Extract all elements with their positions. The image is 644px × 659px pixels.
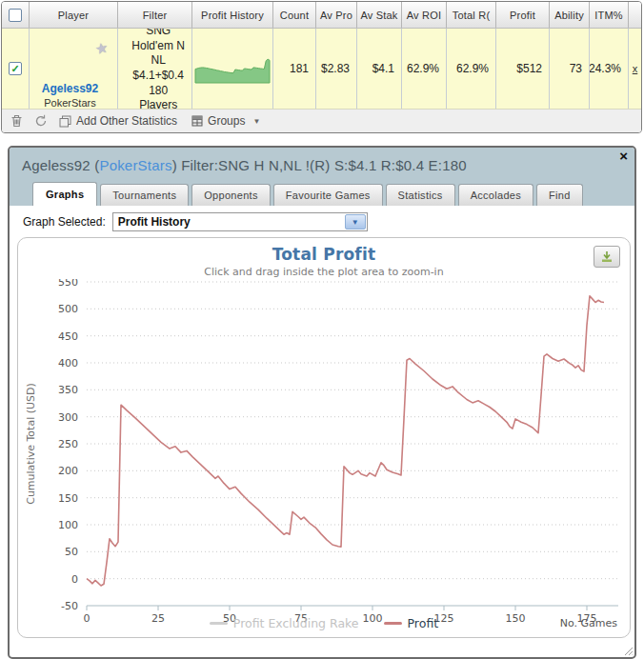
groups-button[interactable]: Groups ▼ [191, 114, 260, 128]
svg-text:150: 150 [58, 492, 78, 505]
svg-text:0: 0 [71, 573, 78, 586]
svg-text:-50: -50 [61, 600, 78, 612]
stats-table-header: Player Filter Profit History Count Av Pr… [2, 2, 641, 29]
tab-statistics[interactable]: Statistics [386, 184, 455, 206]
chart-legend: Profit Excluding Rake Profit [18, 616, 630, 630]
remove-row-link[interactable]: x [633, 63, 638, 74]
tab-favourite-games[interactable]: Favourite Games [273, 184, 383, 206]
col-av-roi: Av ROI [402, 2, 447, 28]
count-cell: 181 [273, 29, 316, 109]
tab-accolades[interactable]: Accolades [458, 184, 533, 206]
title-player: Ageless92 ( [22, 157, 99, 173]
profit-sparkline [194, 53, 271, 84]
itm-cell: 24.3% [590, 29, 629, 109]
legend-profit-excluding-rake[interactable]: Profit Excluding Rake [210, 616, 359, 630]
svg-text:400: 400 [58, 357, 78, 369]
svg-text:550: 550 [58, 279, 78, 289]
col-player: Player [30, 2, 118, 28]
av-stake-cell: $4.1 [357, 29, 402, 109]
download-icon [600, 250, 614, 263]
remove-cell: x [629, 29, 641, 109]
ability-cell: 73 [550, 29, 590, 109]
chart-panel: Total Profit Click and drag inside the p… [17, 237, 631, 638]
col-av-stak: Av Stak [357, 2, 402, 28]
legend-label-profit-excluding-rake: Profit Excluding Rake [233, 616, 359, 630]
resize-grip[interactable] [624, 647, 634, 656]
add-other-statistics-label: Add Other Statistics [76, 114, 177, 128]
svg-text:50: 50 [65, 546, 78, 558]
close-icon[interactable]: × [619, 149, 628, 163]
popup-header: × Ageless92 (PokerStars) Filter:SNG H N,… [10, 148, 634, 206]
graph-select[interactable]: Profit History ▼ [112, 212, 368, 231]
col-av-pro: Av Pro [316, 2, 357, 28]
player-site: PokerStars [44, 97, 95, 109]
groups-label: Groups [208, 114, 245, 128]
tab-strip: Graphs Tournaments Opponents Favourite G… [22, 173, 623, 206]
title-filter-summary: ) Filter:SNG H N,NL !(R) S:$4.1 R:$0.4 E… [172, 157, 467, 173]
chart-title: Total Profit [18, 245, 630, 264]
row-checkbox[interactable]: ✓ [9, 62, 22, 75]
col-total-roi: Total R( [447, 2, 496, 28]
svg-text:300: 300 [58, 411, 78, 424]
col-filter: Filter [118, 2, 192, 28]
col-itm: ITM% [590, 2, 629, 28]
total-roi-cell: 62.9% [447, 29, 496, 109]
graph-selector-row: Graph Selected: Profit History ▼ [10, 206, 634, 236]
graph-select-value: Profit History [113, 215, 345, 229]
tab-find[interactable]: Find [536, 184, 583, 206]
filter-cell: SNG Hold'em N NL $4.1+$0.4 180 Players [118, 29, 192, 109]
col-actions [629, 2, 641, 28]
av-profit-cell: $2.83 [316, 29, 357, 109]
check-icon: ✓ [10, 63, 19, 75]
col-profit: Profit [496, 2, 550, 28]
x-axis-title: No. Games [560, 617, 617, 629]
graph-selected-label: Graph Selected: [23, 215, 106, 229]
col-profit-history: Profit History [192, 2, 273, 28]
add-other-statistics-button[interactable]: Add Other Statistics [59, 114, 177, 128]
windows-icon [59, 115, 71, 128]
player-stats-panel: Player Filter Profit History Count Av Pr… [1, 1, 642, 133]
row-select-cell: ✓ [2, 29, 30, 109]
grid-icon [191, 115, 203, 127]
select-dropdown-icon[interactable]: ▼ [345, 214, 366, 230]
title-site-link[interactable]: PokerStars [99, 157, 171, 173]
player-cell[interactable]: ★ Ageless92 PokerStars [30, 29, 118, 109]
star-icon[interactable]: ★ [93, 39, 110, 58]
svg-text:500: 500 [58, 303, 78, 315]
select-all-cell [2, 2, 30, 28]
table-row: ✓ ★ Ageless92 PokerStars SNG Hold'em N N… [2, 29, 641, 110]
svg-text:Cumulative Total (USD): Cumulative Total (USD) [25, 383, 37, 505]
trash-icon[interactable] [10, 114, 23, 128]
svg-text:450: 450 [58, 330, 78, 343]
svg-text:250: 250 [58, 438, 78, 450]
tab-tournaments[interactable]: Tournaments [100, 184, 189, 206]
profit-chart[interactable]: -500501001502002503003504004505005500255… [20, 279, 635, 628]
select-all-checkbox[interactable] [9, 9, 22, 22]
popup-title: Ageless92 (PokerStars) Filter:SNG H N,NL… [22, 157, 623, 173]
col-count: Count [273, 2, 316, 28]
svg-text:100: 100 [58, 519, 78, 531]
legend-profit[interactable]: Profit [384, 616, 439, 630]
svg-text:200: 200 [58, 465, 78, 477]
legend-swatch-red [384, 622, 402, 625]
legend-label-profit: Profit [408, 616, 439, 630]
player-detail-window: × Ageless92 (PokerStars) Filter:SNG H N,… [8, 146, 636, 659]
svg-text:350: 350 [58, 384, 78, 396]
refresh-icon[interactable] [34, 114, 48, 128]
legend-swatch-gray [210, 622, 228, 625]
profit-cell: $512 [496, 29, 550, 109]
tab-opponents[interactable]: Opponents [191, 184, 271, 206]
av-roi-cell: 62.9% [402, 29, 447, 109]
download-button[interactable] [594, 246, 620, 268]
sparkline-cell [192, 29, 273, 109]
col-ability: Ability [550, 2, 590, 28]
player-name[interactable]: Ageless92 [42, 82, 98, 95]
tab-graphs[interactable]: Graphs [32, 182, 97, 206]
chevron-down-icon: ▼ [252, 117, 260, 126]
stats-toolbar: Add Other Statistics Groups ▼ [2, 110, 641, 132]
chart-subtitle: Click and drag inside the plot area to z… [18, 266, 630, 278]
